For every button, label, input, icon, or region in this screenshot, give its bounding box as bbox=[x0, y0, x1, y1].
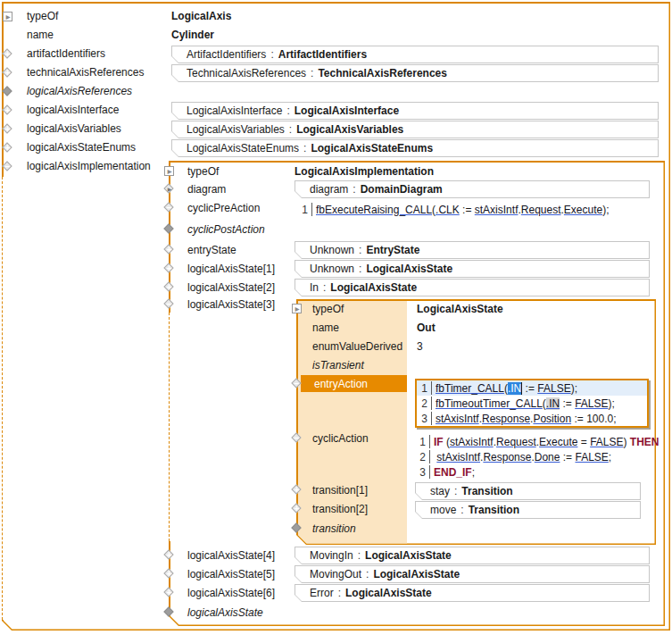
square-play-icon[interactable]: ▶ bbox=[164, 166, 174, 176]
diamond-plus-icon[interactable]: + bbox=[292, 504, 302, 514]
diamond-plus-icon[interactable]: + bbox=[164, 550, 174, 560]
prop-label-logicalaxisstate4: logicalAxisState[4] bbox=[187, 548, 275, 563]
value-box-logicalaxisstate6[interactable]: Error:LogicalAxisState bbox=[295, 584, 650, 602]
diamond-minus-icon[interactable]: − bbox=[164, 203, 174, 213]
prop-label-name: name bbox=[27, 28, 54, 42]
enum-value-derived-value: 3 bbox=[417, 339, 423, 354]
diamond-plus-icon[interactable]: + bbox=[3, 143, 12, 153]
instance-type: TechnicalAxisReferences bbox=[318, 67, 447, 79]
instance-name: MovingOut bbox=[310, 568, 361, 580]
code-line[interactable]: fbTimeoutTimer_CALL(.IN := FALSE); bbox=[432, 397, 615, 410]
name-value: Cylinder bbox=[171, 28, 214, 42]
prop-label-istransient: isTransient bbox=[312, 358, 364, 372]
prop-label-diagram: diagram bbox=[187, 182, 226, 196]
code-line[interactable]: fbTimer_CALL(.IN := FALSE); bbox=[432, 382, 577, 395]
square-play-icon[interactable]: ▶ bbox=[3, 12, 12, 21]
instance-name: MovingIn bbox=[310, 549, 353, 562]
instance-name: ArtifactIdentifiers bbox=[187, 48, 266, 61]
prop-label-logicalaxisstate: logicalAxisState bbox=[187, 605, 263, 620]
square-play-icon[interactable]: ▶ bbox=[292, 304, 302, 313]
prop-label-logicalaxisstateenums: logicalAxisStateEnums bbox=[27, 140, 136, 154]
diamond-minus-icon[interactable]: − bbox=[3, 162, 12, 171]
outer-expanded-rail bbox=[2, 177, 6, 620]
prop-label-enumvaluederived: enumValueDerived bbox=[312, 339, 402, 354]
code-line[interactable]: stAxisIntf.Response.Position := 100.0; bbox=[432, 413, 617, 425]
value-box-transition1[interactable]: stay:Transition bbox=[415, 482, 641, 500]
instance-type: LogicalAxisState bbox=[365, 549, 452, 562]
code-line[interactable]: END_IF; bbox=[430, 466, 475, 479]
impl-typeof-value: LogicalAxisImplementation bbox=[295, 164, 434, 179]
diamond-plus-icon[interactable]: + bbox=[3, 49, 12, 59]
instance-type: LogicalAxisState bbox=[330, 281, 417, 294]
prop-label-state-name: name bbox=[312, 321, 339, 335]
value-box-logicalaxisstate2[interactable]: In:LogicalAxisState bbox=[295, 279, 650, 296]
value-box-logicalaxisstate5[interactable]: MovingOut:LogicalAxisState bbox=[295, 565, 650, 583]
diamond-plus-icon[interactable]: + bbox=[3, 105, 12, 115]
instance-type: LogicalAxisState bbox=[366, 263, 452, 275]
impl-expanded-rail bbox=[169, 313, 173, 541]
entry-action-code-editor[interactable]: 1fbTimer_CALL(.IN := FALSE); 2fbTimeoutT… bbox=[415, 379, 649, 428]
code-line[interactable]: fbExecuteRaising_CALL(.CLK := stAxisIntf… bbox=[312, 204, 610, 216]
line-number: 1 bbox=[297, 203, 312, 216]
diamond-play-icon[interactable]: ▶ bbox=[164, 184, 174, 194]
diamond-plus-icon[interactable]: + bbox=[164, 282, 174, 292]
value-box-logicalaxisstate4[interactable]: MovingIn:LogicalAxisState bbox=[295, 547, 650, 564]
cyclic-action-code-editor[interactable]: 1IF (stAxisIntf.Request.Execute = FALSE)… bbox=[415, 434, 660, 480]
line-number: 1 bbox=[417, 381, 432, 395]
state-typeof-value: LogicalAxisState bbox=[417, 302, 503, 316]
instance-type: DomainDiagram bbox=[361, 183, 443, 196]
instance-type: Transition bbox=[461, 485, 512, 497]
value-box-artifactidentifiers[interactable]: ArtifactIdentifiers:ArtifactIdentifiers bbox=[171, 46, 659, 63]
instance-name: move bbox=[430, 504, 456, 516]
prop-label-logicalaxisstate6: logicalAxisState[6] bbox=[187, 586, 275, 600]
diamond-plus-icon[interactable]: + bbox=[164, 569, 174, 579]
value-box-logicalaxisinterface[interactable]: LogicalAxisInterface:LogicalAxisInterfac… bbox=[171, 102, 659, 120]
value-box-technicalaxisreferences[interactable]: TechnicalAxisReferences:TechnicalAxisRef… bbox=[171, 64, 659, 82]
typeof-value: LogicalAxis bbox=[171, 9, 231, 23]
diamond-minus-icon[interactable]: − bbox=[164, 299, 174, 309]
value-box-logicalaxisstateenums[interactable]: LogicalAxisStateEnums:LogicalAxisStateEn… bbox=[171, 139, 659, 157]
value-box-logicalaxisstate1[interactable]: Unknown:LogicalAxisState bbox=[295, 260, 650, 278]
prop-label-logicalaxisstate1: logicalAxisState[1] bbox=[187, 262, 275, 276]
prop-label-artifactidentifiers: artifactIdentifiers bbox=[27, 46, 105, 61]
diamond-plus-icon[interactable]: + bbox=[164, 263, 174, 273]
instance-type: LogicalAxisVariables bbox=[296, 123, 403, 136]
prop-label-cyclicpostaction: cyclicPostAction bbox=[187, 222, 265, 237]
instance-name: Unknown bbox=[310, 263, 354, 275]
instance-type: ArtifactIdentifiers bbox=[278, 48, 367, 61]
line-number: 2 bbox=[415, 450, 430, 463]
code-line[interactable]: stAxisIntf.Response.Done := FALSE; bbox=[430, 451, 611, 463]
value-box-logicalaxisvariables[interactable]: LogicalAxisVariables:LogicalAxisVariable… bbox=[171, 121, 659, 138]
diamond-plus-icon[interactable]: + bbox=[164, 245, 174, 255]
diamond-plus-icon[interactable]: + bbox=[164, 588, 174, 597]
diamond-plus-icon[interactable]: + bbox=[292, 485, 302, 495]
diamond-plus-icon[interactable]: + bbox=[3, 124, 12, 134]
instance-name: LogicalAxisInterface bbox=[187, 104, 282, 117]
diamond-minus-icon[interactable]: − bbox=[292, 433, 302, 443]
value-box-transition2[interactable]: move:Transition bbox=[415, 501, 641, 519]
cyclic-pre-action-code-editor[interactable]: 1fbExecuteRaising_CALL(.CLK := stAxisInt… bbox=[297, 202, 610, 217]
instance-type: LogicalAxisState bbox=[345, 587, 432, 599]
code-line[interactable]: IF (stAxisIntf.Request.Execute = FALSE) … bbox=[430, 436, 660, 448]
value-box-diagram[interactable]: diagram:DomainDiagram bbox=[295, 180, 650, 198]
instance-type: LogicalAxisInterface bbox=[295, 104, 399, 117]
instance-name: LogicalAxisVariables bbox=[187, 123, 285, 136]
instance-type: LogicalAxisState bbox=[373, 568, 460, 580]
prop-label-logicalaxisstate2: logicalAxisState[2] bbox=[187, 280, 275, 295]
prop-label-logicalaxisstate3: logicalAxisState[3] bbox=[187, 297, 275, 312]
prop-label-cyclicpreaction: cyclicPreAction bbox=[187, 201, 260, 215]
prop-label-transition1: transition[1] bbox=[312, 483, 368, 497]
prop-label-logicalaxisreferences: logicalAxisReferences bbox=[27, 84, 132, 98]
prop-label-technicalaxisreferences: technicalAxisReferences bbox=[27, 65, 144, 79]
diamond-minus-icon[interactable]: − bbox=[292, 379, 302, 388]
prop-label-transition2: transition[2] bbox=[312, 502, 368, 516]
instance-name: LogicalAxisStateEnums bbox=[187, 142, 299, 154]
prop-label-impl-typeof: typeOf bbox=[187, 164, 219, 179]
instance-type: LogicalAxisStateEnums bbox=[311, 142, 433, 154]
diamond-plus-icon[interactable]: + bbox=[3, 68, 12, 78]
prop-label-transition: transition bbox=[312, 522, 356, 536]
prop-label-logicalaxisinterface: logicalAxisInterface bbox=[27, 103, 119, 117]
prop-label-entryaction[interactable]: entryAction bbox=[314, 377, 368, 391]
diamond-solid-icon bbox=[164, 607, 174, 617]
value-box-entrystate[interactable]: Unknown:EntryState bbox=[295, 241, 650, 259]
